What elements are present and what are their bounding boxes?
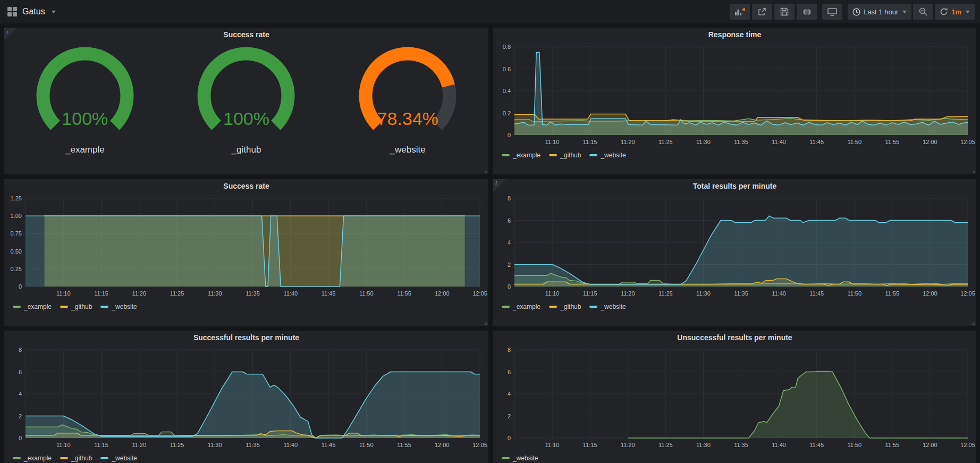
legend-swatch-icon bbox=[100, 306, 108, 308]
legend-label: _github bbox=[71, 454, 92, 462]
svg-text:11:35: 11:35 bbox=[734, 139, 748, 145]
svg-text:11:10: 11:10 bbox=[545, 290, 560, 297]
panel-info-icon[interactable]: i bbox=[493, 179, 506, 192]
legend-item[interactable]: _example bbox=[502, 151, 540, 159]
svg-text:11:25: 11:25 bbox=[658, 139, 673, 145]
svg-text:0: 0 bbox=[19, 435, 22, 441]
svg-text:11:45: 11:45 bbox=[809, 139, 824, 145]
svg-text:11:50: 11:50 bbox=[847, 442, 861, 448]
legend-item[interactable]: _github bbox=[60, 303, 92, 310]
panel-title[interactable]: Unsuccessful results per minute bbox=[493, 331, 976, 344]
panel-title[interactable]: Response time bbox=[493, 28, 976, 41]
legend-item[interactable]: _github bbox=[549, 303, 581, 310]
svg-text:0: 0 bbox=[19, 283, 22, 290]
chart-legend: _example_github_website bbox=[4, 300, 488, 313]
svg-text:11:15: 11:15 bbox=[94, 290, 108, 297]
svg-text:11:50: 11:50 bbox=[359, 290, 374, 297]
unsuccessful-results-chart[interactable]: 0246811:1011:1511:2011:2511:3011:3511:40… bbox=[493, 344, 976, 452]
monitor-icon bbox=[827, 8, 837, 16]
svg-text:6: 6 bbox=[19, 369, 22, 375]
navbar: Gatus bbox=[0, 0, 980, 23]
svg-text:8: 8 bbox=[508, 195, 511, 201]
svg-text:2: 2 bbox=[508, 262, 511, 268]
time-range-picker[interactable]: Last 1 hour bbox=[848, 4, 911, 20]
total-results-chart[interactable]: 0246811:1011:1511:2011:2511:3011:3511:40… bbox=[493, 193, 976, 300]
svg-text:11:50: 11:50 bbox=[847, 290, 861, 297]
svg-text:11:40: 11:40 bbox=[283, 290, 298, 297]
settings-button[interactable] bbox=[797, 4, 817, 20]
svg-text:11:40: 11:40 bbox=[283, 442, 298, 448]
dashboard-grid-icon[interactable] bbox=[7, 7, 17, 16]
legend-swatch-icon bbox=[13, 457, 21, 459]
svg-text:12:00: 12:00 bbox=[923, 442, 937, 448]
chart-legend: _website bbox=[493, 452, 976, 463]
svg-text:11:15: 11:15 bbox=[94, 442, 108, 448]
svg-text:11:25: 11:25 bbox=[658, 290, 673, 297]
add-panel-button[interactable] bbox=[730, 4, 750, 20]
legend-swatch-icon bbox=[60, 457, 68, 459]
legend-label: _website bbox=[601, 303, 626, 310]
svg-text:2: 2 bbox=[19, 413, 22, 419]
panel-title[interactable]: Total results per minute bbox=[493, 179, 976, 193]
panel-successful-results: Successful results per minute 0246811:10… bbox=[4, 331, 488, 463]
svg-text:12:00: 12:00 bbox=[435, 442, 450, 448]
legend-item[interactable]: _example bbox=[13, 303, 52, 310]
legend-swatch-icon bbox=[549, 306, 557, 308]
legend-item[interactable]: _github bbox=[60, 454, 92, 462]
legend-item[interactable]: _website bbox=[100, 454, 137, 462]
gauge-value: 100% bbox=[5, 108, 165, 129]
share-button[interactable] bbox=[752, 4, 772, 20]
response-time-chart[interactable]: 00.20.40.60.811:1011:1511:2011:2511:3011… bbox=[493, 41, 976, 149]
clock-icon bbox=[852, 8, 860, 16]
share-icon bbox=[758, 7, 766, 16]
legend-item[interactable]: _website bbox=[502, 454, 538, 462]
legend-label: _website bbox=[513, 454, 538, 462]
zoom-out-button[interactable] bbox=[913, 4, 933, 20]
legend-label: _example bbox=[24, 303, 52, 310]
svg-text:11:45: 11:45 bbox=[322, 290, 336, 297]
success-rate-chart[interactable]: 00.250.500.751.001.2511:1011:1511:2011:2… bbox=[4, 193, 488, 300]
refresh-button[interactable]: 1m bbox=[935, 4, 975, 20]
panel-info-icon[interactable]: i bbox=[4, 28, 17, 40]
svg-text:12:05: 12:05 bbox=[472, 442, 487, 448]
svg-text:11:15: 11:15 bbox=[583, 442, 597, 448]
svg-text:11:10: 11:10 bbox=[56, 442, 71, 448]
panel-title[interactable]: Successful results per minute bbox=[4, 331, 488, 344]
svg-text:11:55: 11:55 bbox=[885, 442, 899, 448]
svg-text:12:00: 12:00 bbox=[923, 139, 937, 145]
svg-text:0.75: 0.75 bbox=[11, 230, 22, 237]
svg-text:6: 6 bbox=[508, 217, 511, 224]
panel-title[interactable]: Success rate bbox=[4, 179, 488, 193]
legend-item[interactable]: _github bbox=[549, 151, 581, 159]
refresh-icon bbox=[940, 7, 948, 16]
dashboard-title[interactable]: Gatus bbox=[22, 7, 45, 16]
panel-unsuccessful-results: Unsuccessful results per minute 0246811:… bbox=[493, 331, 976, 463]
svg-text:0.8: 0.8 bbox=[503, 44, 511, 50]
legend-swatch-icon bbox=[502, 306, 510, 308]
chart-legend: _example_github_website bbox=[493, 149, 976, 162]
svg-text:1.00: 1.00 bbox=[11, 213, 22, 219]
legend-item[interactable]: _example bbox=[13, 454, 52, 462]
legend-label: _example bbox=[513, 151, 540, 159]
legend-swatch-icon bbox=[502, 154, 510, 156]
dashboard-grid: i Success rate 100% _example 100% _githu… bbox=[0, 23, 980, 463]
chevron-down-icon[interactable] bbox=[52, 11, 56, 13]
svg-text:12:05: 12:05 bbox=[472, 290, 487, 297]
svg-text:11:20: 11:20 bbox=[621, 139, 635, 145]
successful-results-chart[interactable]: 0246811:1011:1511:2011:2511:3011:3511:40… bbox=[4, 344, 488, 452]
tv-mode-button[interactable] bbox=[822, 4, 842, 20]
legend-item[interactable]: _website bbox=[589, 303, 626, 310]
svg-text:0.50: 0.50 bbox=[11, 248, 22, 255]
legend-item[interactable]: _website bbox=[100, 303, 137, 310]
panel-title[interactable]: Success rate bbox=[4, 28, 488, 41]
svg-text:11:25: 11:25 bbox=[658, 442, 673, 448]
svg-text:11:20: 11:20 bbox=[132, 442, 146, 448]
svg-text:0.4: 0.4 bbox=[503, 88, 511, 94]
save-button[interactable] bbox=[774, 4, 795, 20]
svg-text:4: 4 bbox=[508, 239, 511, 246]
svg-text:11:35: 11:35 bbox=[246, 290, 260, 297]
legend-item[interactable]: _website bbox=[589, 151, 626, 159]
legend-item[interactable]: _example bbox=[502, 303, 540, 310]
chevron-down-icon bbox=[966, 11, 970, 13]
svg-text:11:25: 11:25 bbox=[170, 290, 184, 297]
